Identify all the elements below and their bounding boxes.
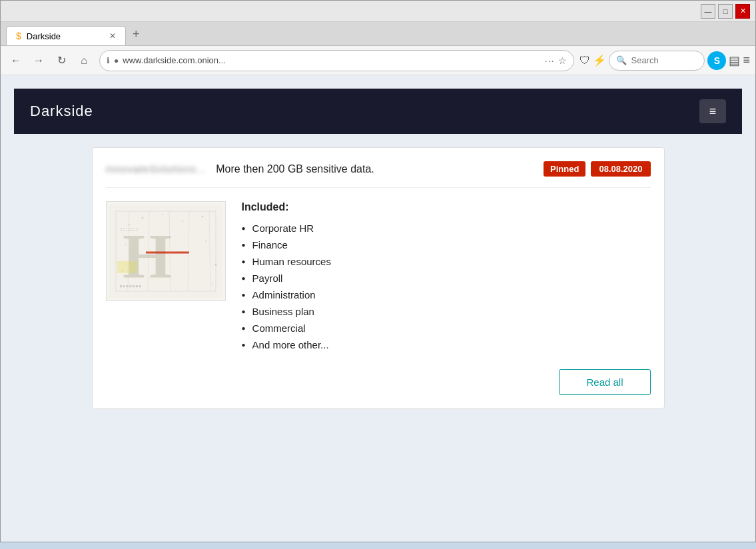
svg-point-7 (182, 221, 183, 222)
svg-point-10 (205, 241, 206, 242)
included-heading: Included: (242, 201, 651, 213)
svg-text:▪▪▪▪▪▪▪: ▪▪▪▪▪▪▪ (119, 283, 142, 289)
search-input[interactable] (631, 55, 697, 65)
new-tab-button[interactable]: + (126, 23, 147, 45)
card-footer: Read all (106, 369, 651, 395)
hamburger-menu-button[interactable]: ≡ (699, 99, 726, 123)
card-header-right: Pinned 08.08.2020 (544, 161, 650, 177)
pinned-badge: Pinned (544, 161, 585, 177)
active-tab[interactable]: $ Darkside ✕ (6, 26, 126, 45)
browser-menu-icon[interactable]: ≡ (743, 53, 750, 67)
company-name: InnovateSolutions... (106, 163, 207, 175)
url-more-button[interactable]: ··· (545, 55, 555, 66)
read-all-button[interactable]: Read all (559, 369, 650, 395)
card-details: Included: Corporate HR Finance Human res… (242, 201, 651, 356)
content-card: InnovateSolutions... More then 200 GB se… (92, 147, 665, 409)
nav-bar: ← → ↻ ⌂ ℹ ● www.darkside.com.onion... ··… (1, 46, 755, 75)
svg-text:∷∷∷∷∷∷: ∷∷∷∷∷∷ (119, 227, 139, 233)
browser-window: — □ ✕ $ Darkside ✕ + ← → ↻ ⌂ ℹ ● www.dar… (0, 0, 756, 542)
page-content: Darkside ≡ InnovateSolutions... More the… (1, 75, 755, 542)
svg-point-5 (141, 217, 143, 219)
svg-point-6 (162, 214, 163, 215)
title-bar: — □ ✕ (1, 1, 755, 22)
tab-favicon: $ (16, 31, 21, 41)
svg-point-11 (214, 264, 216, 266)
close-button[interactable]: ✕ (735, 4, 750, 19)
minimize-button[interactable]: — (701, 4, 715, 19)
list-item: Administration (242, 289, 651, 300)
home-button[interactable]: ⌂ (74, 51, 94, 71)
skype-icon: S (707, 51, 726, 70)
bookmark-icon[interactable]: ☆ (558, 55, 567, 66)
url-security-icon: ● (114, 56, 119, 65)
list-item: Finance (242, 239, 651, 251)
list-item: Human resources (242, 256, 651, 267)
url-info-icon: ℹ (107, 56, 110, 65)
url-bar[interactable]: ℹ ● www.darkside.com.onion... ··· ☆ (99, 50, 574, 71)
reader-view-icon[interactable]: ▤ (729, 53, 740, 68)
back-button[interactable]: ← (6, 51, 26, 71)
shield-icon: 🛡 (579, 55, 590, 67)
card-header-left: InnovateSolutions... More then 200 GB se… (106, 163, 374, 175)
card-header: InnovateSolutions... More then 200 GB se… (106, 161, 651, 188)
site-title: Darkside (30, 103, 93, 120)
list-item: Payroll (242, 273, 651, 284)
svg-rect-19 (117, 261, 137, 273)
tab-close-button[interactable]: ✕ (109, 31, 116, 41)
svg-point-8 (201, 216, 203, 218)
list-item: Corporate HR (242, 223, 651, 234)
url-text: www.darkside.com.onion... (123, 55, 541, 65)
tab-title: Darkside (27, 31, 61, 41)
svg-point-13 (212, 284, 213, 285)
date-badge: 08.08.2020 (591, 161, 650, 177)
search-bar[interactable]: 🔍 (609, 51, 705, 71)
svg-point-4 (129, 224, 130, 225)
site-header: Darkside ≡ (14, 89, 742, 134)
list-item: Commercial (242, 322, 651, 334)
search-icon: 🔍 (616, 55, 627, 65)
list-item: Business plan (242, 306, 651, 317)
list-item: And more other... (242, 339, 651, 350)
refresh-button[interactable]: ↻ (51, 51, 71, 71)
card-body: H (106, 201, 651, 356)
included-list: Corporate HR Finance Human resources Pay… (242, 223, 651, 350)
tab-bar: $ Darkside ✕ + (1, 22, 755, 46)
company-logo: H (106, 201, 226, 301)
card-description: More then 200 GB sensitive data. (216, 163, 374, 175)
lightning-icon: ⚡ (593, 54, 606, 67)
nav-right-controls: 🛡 ⚡ 🔍 S ▤ ≡ (579, 51, 750, 71)
title-bar-controls: — □ ✕ (701, 4, 750, 19)
forward-button[interactable]: → (29, 51, 49, 71)
maximize-button[interactable]: □ (718, 4, 733, 19)
svg-point-9 (125, 244, 127, 245)
